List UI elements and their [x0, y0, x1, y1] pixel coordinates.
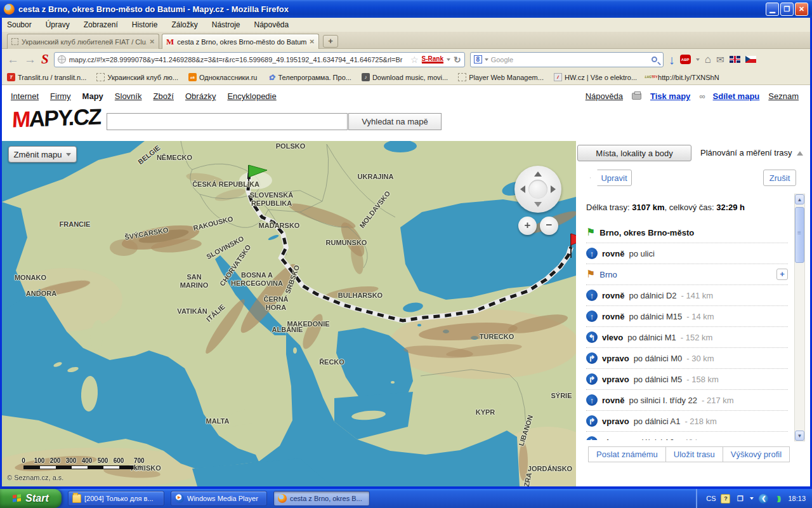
tab-route-planning[interactable]: Plánování a měření trasy	[700, 145, 792, 161]
site-identity-icon[interactable]	[58, 55, 66, 64]
new-tab-button[interactable]: +	[323, 35, 338, 48]
pan-right-icon[interactable]	[551, 185, 556, 193]
bookmark-player-web[interactable]: Player Web Managem...	[458, 73, 544, 81]
pan-center-knob[interactable]	[528, 180, 547, 199]
cancel-route-button[interactable]: Zrušit	[763, 170, 796, 186]
link-tisk-mapy[interactable]: Tisk mapy	[650, 91, 690, 101]
scrollbar-thumb[interactable]	[795, 207, 804, 263]
seznam-addon-icon[interactable]: S	[41, 51, 49, 67]
link-seznam[interactable]: Seznam	[768, 91, 799, 101]
home-button[interactable]: ⌂	[705, 53, 711, 66]
link-slovnik[interactable]: Slovník	[115, 91, 142, 101]
scroll-down-icon[interactable]: ▼	[795, 431, 804, 441]
menu-napoveda[interactable]: Nápověda	[254, 20, 289, 29]
edit-route-button[interactable]: Upravit	[590, 170, 632, 186]
collapse-panel-icon[interactable]	[797, 151, 803, 156]
window-tray-icon[interactable]: ❐	[735, 494, 745, 504]
maximize-button[interactable]: ❐	[780, 3, 794, 16]
menu-zobrazeni[interactable]: Zobrazení	[84, 20, 118, 29]
help-tray-icon[interactable]: ?	[721, 494, 730, 504]
route-step[interactable]: ↑ rovněpo dálnici D2- 141 km	[586, 285, 788, 306]
link-encyklopedie[interactable]: Encyklopedie	[227, 91, 276, 101]
messenger-tray-icon[interactable]: ❮	[759, 494, 768, 504]
link-zbozi[interactable]: Zboží	[153, 91, 174, 101]
zoom-in-button[interactable]: +	[518, 217, 537, 235]
route-step[interactable]: ↰ vlevopo dálnici M1- 152 km	[586, 327, 788, 348]
search-go-icon[interactable]	[652, 57, 657, 62]
uk-flag-icon[interactable]	[730, 56, 740, 63]
tab-close-icon[interactable]: ✕	[150, 38, 155, 45]
bookmark-fiat-club[interactable]: Украинский клуб лю...	[96, 73, 178, 81]
srank-badge[interactable]: S-Rank	[422, 56, 443, 64]
bookmark-hwcz[interactable]: /HW.cz | Vše o elektro...	[554, 73, 637, 81]
tab-places[interactable]: Místa, lokality a body	[577, 145, 691, 161]
map-search-input[interactable]	[107, 113, 348, 130]
bookmark-teleprogramma[interactable]: ✿Телепрограмма. Про...	[267, 73, 351, 81]
bookmark-star-icon[interactable]: ☆	[410, 55, 419, 65]
search-input[interactable]: Google	[491, 56, 649, 64]
zoom-out-button[interactable]: −	[540, 217, 558, 235]
taskbar-clock[interactable]: 18:13	[788, 495, 806, 502]
link-mapy[interactable]: Mapy	[82, 91, 103, 101]
url-bar[interactable]: mapy.cz/#!x=28.9999078&y=41.2469288&z=3&…	[54, 52, 465, 67]
route-step-start[interactable]: ⚑ Brno, okres Brno-město	[586, 222, 788, 243]
menu-historie[interactable]: Historie	[132, 20, 158, 29]
close-button[interactable]: ✕	[795, 3, 808, 16]
srank-dropdown-icon[interactable]	[447, 58, 450, 61]
tray-chevron-icon[interactable]	[750, 497, 754, 500]
bookmark-bitly[interactable]: LHGTFYhttp://bit.ly/TXNShN	[647, 73, 719, 81]
route-step[interactable]: ↑ rovněpo ulici	[586, 243, 788, 264]
route-step[interactable]: ↱ vpravopo dálnici M0- 30 km	[586, 348, 788, 369]
map-canvas[interactable]: POLSKO BELGIE NĚMECKO UKRAJINA ČESKÁ REP…	[2, 141, 576, 486]
change-map-button[interactable]: Změnit mapu	[8, 146, 77, 163]
send-to-friend-button[interactable]: Poslat známému	[588, 446, 666, 462]
reload-button[interactable]: ↻	[454, 55, 461, 65]
menu-soubor[interactable]: Soubor	[7, 20, 32, 29]
adblock-icon[interactable]: ABP	[680, 55, 691, 64]
link-firmy[interactable]: Firmy	[50, 91, 71, 101]
link-sdilet-mapu[interactable]: Sdílet mapu	[713, 91, 760, 101]
elevation-profile-button[interactable]: Výškový profil	[723, 446, 790, 462]
taskbar-item-folder[interactable]: [2004] Только для в...	[68, 491, 164, 506]
start-button[interactable]: Start	[0, 489, 62, 508]
mail-extension-icon[interactable]: ✉	[716, 54, 724, 65]
browser-tab-mapy[interactable]: M cesta z Brno, okres Brno-město do Batu…	[162, 34, 319, 49]
taskbar-item-firefox[interactable]: cesta z Brno, okres B...	[273, 491, 370, 506]
add-waypoint-button[interactable]: +	[776, 269, 788, 280]
browser-tab-fiat[interactable]: Украинский клуб любителей FIAT / Clu... …	[7, 34, 159, 49]
link-obrazky[interactable]: Obrázky	[185, 91, 216, 101]
bookmark-download-music[interactable]: ♪Download music, movi...	[362, 73, 448, 81]
pan-down-icon[interactable]	[534, 202, 542, 207]
cz-flag-icon[interactable]	[745, 56, 756, 63]
downloads-button[interactable]: ↓	[669, 53, 675, 66]
url-text[interactable]: mapy.cz/#!x=28.9999078&y=41.2469288&z=3&…	[69, 56, 407, 64]
minimize-button[interactable]: ▁	[766, 3, 779, 16]
panel-scrollbar[interactable]: ▲ ▼	[794, 194, 805, 441]
route-step[interactable]: ↑ rovněpo silnici I. třídy 22- 217 km	[586, 390, 788, 411]
menu-zalozky[interactable]: Záložky	[171, 20, 197, 29]
adblock-dropdown-icon[interactable]	[696, 58, 700, 61]
link-napoveda[interactable]: Nápověda	[586, 91, 623, 101]
pan-left-icon[interactable]	[520, 185, 525, 193]
tab-close-icon[interactable]: ✕	[310, 38, 315, 45]
search-engine-dropdown-icon[interactable]	[485, 58, 488, 61]
taskbar-item-wmp[interactable]: Windows Media Player	[171, 491, 267, 506]
pan-control[interactable]	[514, 166, 561, 213]
language-indicator[interactable]: CS	[706, 495, 716, 502]
bookmark-translit[interactable]: TTranslit.ru / translit.n...	[7, 73, 86, 81]
route-step[interactable]: ↱ vpravopo dálnici A1- 218 km	[586, 411, 788, 432]
route-step[interactable]: ↱ vpravopo dálnici M5- 158 km	[586, 369, 788, 390]
menu-nastroje[interactable]: Nástroje	[212, 20, 240, 29]
map-search-button[interactable]: Vyhledat na mapě	[348, 113, 442, 130]
bookmark-odnoklassniki[interactable]: okОдноклассники.ru	[188, 73, 257, 81]
mapy-logo[interactable]: MAPY.CZ	[11, 104, 102, 133]
link-internet[interactable]: Internet	[11, 91, 39, 101]
route-step-waypoint[interactable]: ⚑ Brno +	[586, 264, 788, 285]
scroll-up-icon[interactable]: ▲	[795, 194, 804, 204]
route-step[interactable]: ↰ vlevopo dálnici A3- 43 km	[586, 432, 788, 440]
menu-upravy[interactable]: Úpravy	[46, 20, 70, 29]
back-button[interactable]: ←	[7, 53, 19, 65]
route-step[interactable]: ↑ rovněpo dálnici M15- 14 km	[586, 306, 788, 327]
search-bar[interactable]: 8 Google	[470, 52, 664, 67]
pan-up-icon[interactable]	[534, 171, 542, 177]
